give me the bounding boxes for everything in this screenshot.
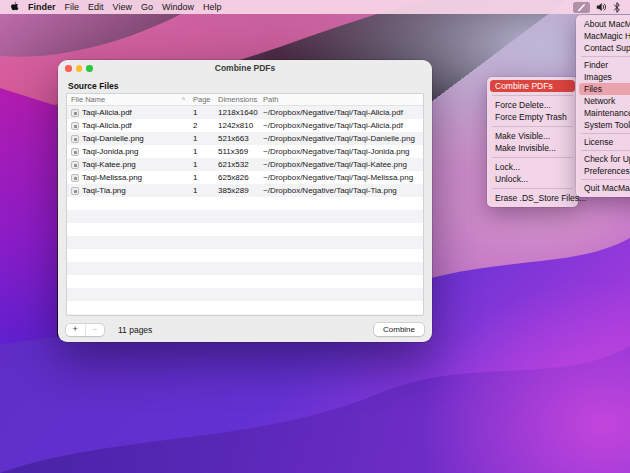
menu-separator xyxy=(581,150,630,151)
menu-item-license[interactable]: License xyxy=(576,136,630,148)
menubar-item-view[interactable]: View xyxy=(113,2,132,12)
menu-item-force-delete[interactable]: Force Delete... xyxy=(487,99,578,111)
add-remove-control: + − xyxy=(66,324,104,336)
menu-item-make-visible[interactable]: Make Visible... xyxy=(487,130,578,142)
menu-item-maintenance[interactable]: Maintenance xyxy=(576,107,630,119)
column-header-path[interactable]: Path xyxy=(259,95,423,104)
menu-separator xyxy=(492,188,573,189)
table-row[interactable]: Taqi-Jonida.png1511x369~/Dropbox/Negativ… xyxy=(67,145,423,158)
macmagic-menu: About MacMagicMacMagic HelpContact Suppo… xyxy=(576,15,630,197)
file-name-text: Taqi-Danielle.png xyxy=(82,134,144,143)
column-header-label: File Name xyxy=(71,95,105,105)
minimize-button[interactable] xyxy=(76,65,83,72)
menu-item-unlock[interactable]: Unlock... xyxy=(487,173,578,185)
menubar-item-help[interactable]: Help xyxy=(203,2,222,12)
menu-item-check-for-updates[interactable]: Check for Updates xyxy=(576,153,630,165)
menu-item-images[interactable]: Images xyxy=(576,71,630,83)
file-name-text: Taqi-Tia.png xyxy=(82,186,126,195)
menu-item-force-empty-trash[interactable]: Force Empty Trash xyxy=(487,111,578,123)
table-row[interactable]: Taqi-Melissa.png1625x826~/Dropbox/Negati… xyxy=(67,171,423,184)
dimensions-cell: 625x826 xyxy=(213,173,259,182)
file-name-cell: Taqi-Danielle.png xyxy=(67,134,187,143)
traffic-lights xyxy=(65,65,93,72)
page-cell: 1 xyxy=(187,160,213,169)
remove-file-button[interactable]: − xyxy=(86,324,105,336)
file-name-cell: Taqi-Jonida.png xyxy=(67,147,187,156)
dimensions-cell: 511x369 xyxy=(213,147,259,156)
page-cell: 1 xyxy=(187,147,213,156)
menubar-status-area xyxy=(573,2,630,13)
menu-item-erase-ds-store-files[interactable]: Erase .DS_Store Files... xyxy=(487,192,578,204)
combine-button[interactable]: Combine xyxy=(374,323,424,336)
menubar-item-finder[interactable]: Finder xyxy=(28,2,56,12)
menubar-item-edit[interactable]: Edit xyxy=(88,2,104,12)
table-row[interactable]: Taqi-Tia.png1385x289~/Dropbox/Negative/T… xyxy=(67,184,423,197)
file-thumbnail-icon xyxy=(71,187,79,195)
file-thumbnail-icon xyxy=(71,122,79,130)
file-thumbnail-icon xyxy=(71,161,79,169)
menubar-menus: FinderFileEditViewGoWindowHelp xyxy=(28,2,221,12)
dimensions-cell: 385x289 xyxy=(213,186,259,195)
column-header-dimensions[interactable]: Dimensions xyxy=(213,95,259,104)
source-files-label: Source Files xyxy=(68,81,119,91)
table-row[interactable]: Taqi-Alicia.pdf21242x810~/Dropbox/Negati… xyxy=(67,119,423,132)
path-cell: ~/Dropbox/Negative/Taqi/Taqi-Tia.png xyxy=(259,186,423,195)
file-name-text: Taqi-Jonida.png xyxy=(82,147,138,156)
file-name-cell: Taqi-Alicia.pdf xyxy=(67,108,187,117)
apple-menu[interactable] xyxy=(10,2,19,12)
menu-separator xyxy=(581,179,630,180)
table-row[interactable]: Taqi-Katee.png1621x532~/Dropbox/Negative… xyxy=(67,158,423,171)
menu-item-about-macmagic[interactable]: About MacMagic xyxy=(576,18,630,30)
menubar-item-go[interactable]: Go xyxy=(141,2,153,12)
file-name-text: Taqi-Alicia.pdf xyxy=(82,121,132,130)
column-header-page[interactable]: Page xyxy=(187,95,213,104)
zoom-button[interactable] xyxy=(86,65,93,72)
file-thumbnail-icon xyxy=(71,148,79,156)
page-cell: 2 xyxy=(187,121,213,130)
menu-item-quit-macmagic[interactable]: Quit MacMagic xyxy=(576,182,630,194)
menubar-item-file[interactable]: File xyxy=(65,2,80,12)
close-button[interactable] xyxy=(65,65,72,72)
combine-pdfs-window: Combine PDFs Source Files File Name ^ Pa… xyxy=(58,60,432,342)
menu-item-network[interactable]: Network xyxy=(576,95,630,107)
column-header-file-name[interactable]: File Name ^ xyxy=(67,95,187,105)
menu-item-lock[interactable]: Lock... xyxy=(487,161,578,173)
apple-logo-icon xyxy=(10,2,19,12)
window-footer: + − 11 pages Combine xyxy=(66,322,424,337)
menu-item-macmagic-help[interactable]: MacMagic Help xyxy=(576,30,630,42)
add-file-button[interactable]: + xyxy=(66,324,86,336)
menu-item-make-invisible[interactable]: Make Invisible... xyxy=(487,142,578,154)
table-row[interactable]: Taqi-Alicia.pdf11218x1640~/Dropbox/Negat… xyxy=(67,106,423,119)
file-name-cell: Taqi-Alicia.pdf xyxy=(67,121,187,130)
menubar: FinderFileEditViewGoWindowHelp xyxy=(0,0,630,14)
window-titlebar[interactable]: Combine PDFs xyxy=(58,60,432,76)
dimensions-cell: 1242x810 xyxy=(213,121,259,130)
path-cell: ~/Dropbox/Negative/Taqi/Taqi-Alicia.pdf xyxy=(259,108,423,117)
files-submenu: Combine PDFsForce Delete...Force Empty T… xyxy=(487,77,578,207)
menu-item-files[interactable]: Files xyxy=(579,83,630,95)
menubar-item-window[interactable]: Window xyxy=(162,2,194,12)
menu-separator xyxy=(492,126,573,127)
path-cell: ~/Dropbox/Negative/Taqi/Taqi-Danielle.pn… xyxy=(259,134,423,143)
menu-separator xyxy=(492,157,573,158)
volume-icon[interactable] xyxy=(596,2,607,12)
table-row[interactable]: Taqi-Danielle.png1521x663~/Dropbox/Negat… xyxy=(67,132,423,145)
menu-item-preferences[interactable]: Preferences... xyxy=(576,165,630,177)
sort-ascending-icon: ^ xyxy=(182,95,185,105)
table-body: Taqi-Alicia.pdf11218x1640~/Dropbox/Negat… xyxy=(67,106,423,315)
page-cell: 1 xyxy=(187,108,213,117)
table-header: File Name ^ Page Dimensions Path xyxy=(67,94,423,106)
menu-item-system-tools[interactable]: System Tools xyxy=(576,119,630,131)
page-cell: 1 xyxy=(187,186,213,195)
menu-separator xyxy=(492,95,573,96)
menu-item-contact-support[interactable]: Contact Support xyxy=(576,42,630,54)
file-name-cell: Taqi-Katee.png xyxy=(67,160,187,169)
path-cell: ~/Dropbox/Negative/Taqi/Taqi-Katee.png xyxy=(259,160,423,169)
file-name-text: Taqi-Alicia.pdf xyxy=(82,108,132,117)
menu-item-combine-pdfs[interactable]: Combine PDFs xyxy=(490,80,575,92)
menu-item-finder[interactable]: Finder xyxy=(576,59,630,71)
file-name-text: Taqi-Melissa.png xyxy=(82,173,142,182)
page-cell: 1 xyxy=(187,173,213,182)
macmagic-menubar-icon[interactable] xyxy=(573,2,590,13)
bluetooth-icon[interactable] xyxy=(613,2,621,13)
